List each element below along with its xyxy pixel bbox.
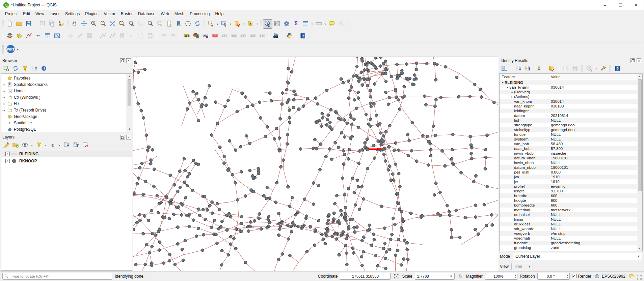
identify-row[interactable]: tijdNULL (500, 118, 637, 123)
browser-item-spatialite[interactable]: ✒SpatiaLite (2, 120, 132, 126)
filter-browser-button[interactable] (21, 64, 29, 73)
print-results-button[interactable] (571, 64, 580, 73)
identify-row[interactable]: functieNULL (500, 132, 637, 137)
browser-scrollbar[interactable]: ▲ ▼ (127, 74, 132, 132)
refresh-map-button[interactable] (193, 19, 202, 29)
locate-input[interactable] (10, 274, 110, 279)
manage-map-themes-dropdown[interactable]: ▾ (30, 144, 34, 147)
toggle-extents-icon[interactable] (393, 273, 400, 280)
layer-visibility-checkbox[interactable]: ✓ (5, 159, 10, 163)
filter-by-expression-button[interactable]: ε (48, 141, 57, 150)
python-console-button[interactable] (285, 31, 294, 41)
identify-row[interactable]: van_knpnr030014 (500, 99, 637, 104)
identify-row[interactable]: leidingnr1 (500, 108, 637, 113)
toolbar-grip[interactable] (308, 32, 311, 40)
identify-row[interactable]: stelseltypgemengd riool (500, 127, 637, 132)
map-tips-button[interactable] (327, 19, 337, 29)
browser-item-h[interactable]: ▸H:\ (2, 100, 132, 107)
expand-all-layers-button[interactable] (62, 141, 71, 150)
map-canvas[interactable] (133, 57, 498, 271)
open-project-button[interactable] (15, 19, 24, 29)
identify-row[interactable]: jvr1910 (500, 179, 637, 184)
toolbar-grip[interactable] (203, 20, 205, 28)
help-contents-button[interactable]: ? (298, 31, 307, 41)
crs-globe-icon[interactable] (594, 273, 600, 280)
close-button[interactable]: × (628, 0, 644, 10)
identify-row[interactable]: materiaalmetselwerk (500, 208, 637, 212)
add-selected-layers-button[interactable] (2, 64, 10, 73)
identify-features-button[interactable]: i (263, 19, 272, 29)
toolbar-grip[interactable] (95, 32, 97, 40)
pin-labels-button[interactable]: ab (201, 31, 210, 41)
new-project-button[interactable] (5, 19, 15, 29)
identify-row[interactable]: van_bob58.480 (500, 142, 637, 146)
undo-button[interactable]: ↶ (159, 31, 168, 41)
rotation-spinbox[interactable]: 0,0 ° ▲▼ (537, 273, 570, 280)
style-manager-button[interactable] (56, 19, 66, 29)
identify-row[interactable]: peil_instl0.000 (500, 170, 637, 175)
minimize-button[interactable]: – (597, 0, 613, 10)
select-features-dropdown[interactable]: ▾ (216, 23, 219, 26)
identify-row[interactable]: systeemNULL (500, 137, 637, 142)
identify-row[interactable]: ▸(Derived) (500, 90, 637, 94)
mode-combobox[interactable]: Current Layer ▼ (513, 253, 642, 260)
zoom-to-selection-button[interactable] (117, 19, 127, 29)
browser-item-favorites[interactable]: Favorites (2, 75, 132, 81)
identify-settings-button[interactable] (599, 64, 608, 73)
crs-status[interactable]: EPSG:28992 (602, 274, 625, 279)
new-print-layout-button[interactable] (37, 19, 47, 29)
identify-row[interactable]: ▾RLEIDING (500, 80, 637, 85)
identify-row[interactable]: inwin_nbobNULL (500, 160, 637, 165)
toolbar-grip[interactable] (543, 65, 545, 72)
browser-item-home[interactable]: ▸⌂Home (2, 88, 132, 94)
identify-row[interactable]: datum_nbob19000101 (500, 165, 637, 170)
coordinate-input[interactable]: 175511 318353 (340, 273, 391, 280)
toolbar-grip[interactable] (2, 20, 4, 28)
measure-line-dropdown[interactable]: ▾ (323, 23, 327, 26)
identify-close-button[interactable]: × (637, 58, 641, 63)
toggle-editing-button[interactable] (75, 31, 85, 41)
zoom-in-button[interactable] (89, 19, 98, 29)
lock-scale-icon[interactable] (457, 273, 464, 280)
show-hide-labels-button[interactable]: abc (229, 31, 239, 41)
new-spatialite-layer-button[interactable]: ✒ (33, 31, 43, 41)
identify-row[interactable]: strengtypegemengd riool (500, 123, 637, 127)
toolbar-grip[interactable] (558, 65, 560, 72)
zoom-out-button[interactable] (98, 19, 108, 29)
select-features-by-value-button[interactable] (219, 19, 229, 29)
filter-legend-dropdown[interactable]: ▾ (44, 144, 48, 147)
identify-row[interactable]: lengte91.700 (500, 189, 637, 193)
identify-row[interactable]: jva1910 (500, 175, 637, 179)
collapse-all-layers-button[interactable] (72, 141, 80, 150)
identify-row[interactable]: voegmatrNULL (500, 236, 637, 241)
open-layer-styling-button[interactable] (2, 141, 10, 150)
browser-item-geopackage[interactable]: GeoPackage (2, 113, 132, 120)
zoom-to-layer-button[interactable] (127, 19, 136, 29)
identify-row[interactable]: breedte600 (500, 193, 637, 198)
collapse-all-button[interactable] (30, 64, 39, 73)
identify-row[interactable]: liningNULL (500, 217, 637, 222)
collapse-tree-button[interactable] (524, 64, 532, 73)
layer-visibility-checkbox[interactable]: ✓ (5, 152, 10, 156)
identify-row[interactable]: datum20210614 (500, 113, 637, 118)
layers-float-button[interactable] (120, 135, 125, 139)
layer-item-rknoop[interactable]: ✓RKNOOP (1, 157, 132, 164)
new-virtual-layer-button[interactable] (43, 31, 52, 41)
menu-processing[interactable]: Processing (187, 10, 212, 17)
toolbar-grip[interactable] (268, 32, 270, 40)
zoom-next-button[interactable] (155, 19, 164, 29)
open-attribute-table-button[interactable] (301, 19, 310, 29)
toolbar-grip[interactable] (2, 32, 4, 40)
open-attribute-table-dropdown[interactable]: ▾ (310, 23, 314, 26)
tree-arrow-icon[interactable]: ▾ (506, 86, 509, 89)
paste-features-button[interactable] (145, 31, 155, 41)
tree-arrow-icon[interactable]: ▸ (510, 95, 514, 98)
layer-item-rleiding[interactable]: ✓RLEIDING (1, 150, 132, 157)
toolbar-grip[interactable] (63, 32, 65, 40)
identify-row[interactable]: grondslagzand (500, 245, 637, 250)
browser-item-c-windows[interactable]: ▸C:\ (Windows ) (2, 94, 132, 100)
select-features-button[interactable] (206, 19, 216, 29)
expand-arrow-icon[interactable]: ▸ (2, 102, 7, 105)
redo-button[interactable]: ↷ (168, 31, 178, 41)
new-shapefile-layer-button[interactable] (24, 31, 33, 41)
